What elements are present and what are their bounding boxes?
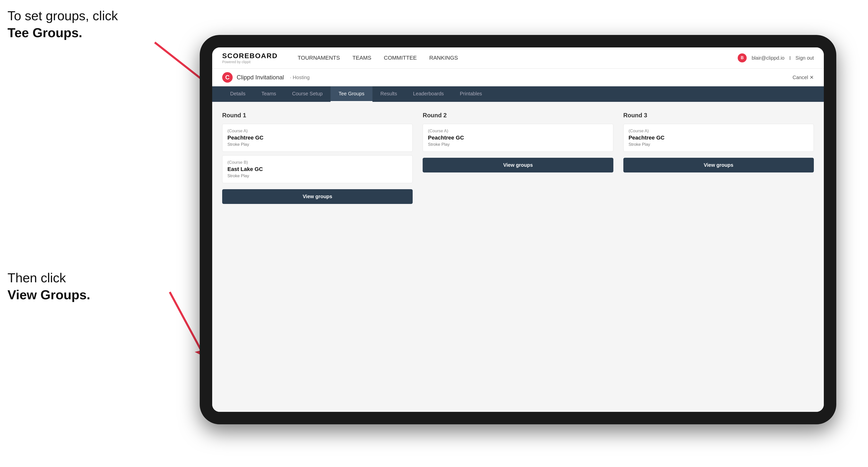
round-3-course-a-name: Peachtree GC (629, 134, 809, 141)
round-2-course-a-card: (Course A) Peachtree GC Stroke Play (423, 124, 613, 152)
round-2-view-groups-button[interactable]: View groups (423, 158, 613, 173)
instruction-bottom-line1: Then click (7, 271, 66, 285)
logo-text: SCOREBOARD (222, 52, 278, 60)
tab-printables[interactable]: Printables (452, 86, 490, 102)
nav-committee[interactable]: COMMITTEE (384, 53, 417, 63)
round-3-course-a-type: Stroke Play (629, 142, 809, 147)
top-nav: SCOREBOARD Powered by clippit TOURNAMENT… (212, 48, 824, 69)
round-3-title: Round 3 (623, 112, 814, 119)
nav-teams[interactable]: TEAMS (352, 53, 371, 63)
round-1-course-a-name: Peachtree GC (227, 134, 407, 141)
round-3-course-a-label: (Course A) (629, 129, 809, 133)
svg-line-2 (170, 292, 205, 357)
round-1-view-groups-button[interactable]: View groups (222, 189, 413, 204)
tournament-bar: C Clippd Invitational · Hosting Cancel ✕ (212, 69, 824, 86)
nav-links: TOURNAMENTS TEAMS COMMITTEE RANKINGS (298, 53, 723, 63)
tablet-device: SCOREBOARD Powered by clippit TOURNAMENT… (200, 35, 836, 424)
cancel-x-icon: ✕ (810, 74, 814, 81)
user-email: blair@clippd.io (752, 55, 784, 61)
round-1-course-b-name: East Lake GC (227, 166, 407, 173)
round-1-course-b-label: (Course B) (227, 160, 407, 165)
logo-area: SCOREBOARD Powered by clippit (222, 52, 278, 64)
main-content: Round 1 (Course A) Peachtree GC Stroke P… (212, 102, 824, 412)
tab-leaderboards[interactable]: Leaderboards (405, 86, 452, 102)
sign-out-link[interactable]: Sign out (796, 55, 814, 61)
logo-scoreboard: SCOREBOARD (222, 52, 278, 60)
nav-tournaments[interactable]: TOURNAMENTS (298, 53, 340, 63)
round-1-course-a-type: Stroke Play (227, 142, 407, 147)
round-1-section: Round 1 (Course A) Peachtree GC Stroke P… (222, 112, 413, 204)
instruction-top-line1: To set groups, click (7, 8, 118, 23)
rounds-grid: Round 1 (Course A) Peachtree GC Stroke P… (222, 112, 814, 204)
tab-bar: Details Teams Course Setup Tee Groups Re… (212, 86, 824, 102)
tournament-logo: C (222, 72, 232, 83)
round-2-section: Round 2 (Course A) Peachtree GC Stroke P… (423, 112, 613, 204)
instruction-bottom-bold: View Groups. (7, 287, 90, 302)
tab-results[interactable]: Results (372, 86, 405, 102)
tab-course-setup[interactable]: Course Setup (284, 86, 331, 102)
tab-teams[interactable]: Teams (253, 86, 284, 102)
round-2-course-a-label: (Course A) (428, 129, 608, 133)
nav-right: B blair@clippd.io | Sign out (738, 54, 814, 62)
round-1-course-a-card: (Course A) Peachtree GC Stroke Play (222, 124, 413, 152)
round-1-course-b-type: Stroke Play (227, 174, 407, 179)
instruction-bottom: Then click View Groups. (7, 270, 90, 303)
round-1-course-a-label: (Course A) (227, 129, 407, 133)
cancel-button[interactable]: Cancel ✕ (793, 74, 814, 81)
tab-tee-groups[interactable]: Tee Groups (331, 86, 372, 102)
tab-details[interactable]: Details (222, 86, 253, 102)
separator: | (789, 56, 790, 60)
tournament-info: C Clippd Invitational · Hosting (222, 72, 310, 83)
round-2-course-a-name: Peachtree GC (428, 134, 608, 141)
round-3-course-a-card: (Course A) Peachtree GC Stroke Play (623, 124, 814, 152)
round-3-view-groups-button[interactable]: View groups (623, 158, 814, 173)
instruction-top-bold: Tee Groups. (7, 26, 82, 40)
round-1-title: Round 1 (222, 112, 413, 119)
nav-rankings[interactable]: RANKINGS (429, 53, 458, 63)
logo-sub: Powered by clippit (222, 60, 278, 64)
tournament-status: · Hosting (290, 74, 310, 81)
tablet-screen: SCOREBOARD Powered by clippit TOURNAMENT… (212, 48, 824, 412)
round-2-course-a-type: Stroke Play (428, 142, 608, 147)
round-3-section: Round 3 (Course A) Peachtree GC Stroke P… (623, 112, 814, 204)
user-avatar: B (738, 54, 747, 62)
round-1-course-b-card: (Course B) East Lake GC Stroke Play (222, 155, 413, 183)
instruction-top: To set groups, click Tee Groups. (7, 7, 118, 41)
round-2-title: Round 2 (423, 112, 613, 119)
tournament-name: Clippd Invitational (237, 74, 284, 81)
